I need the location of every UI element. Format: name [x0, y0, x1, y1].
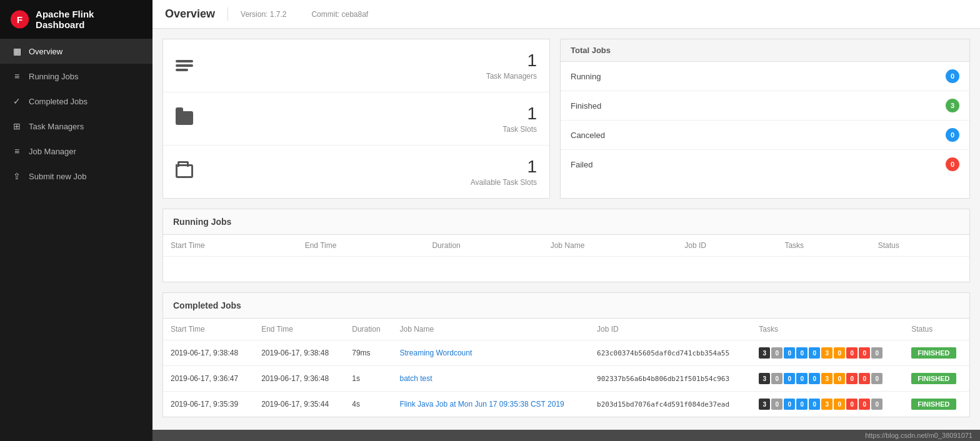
finished-label: Finished: [571, 101, 601, 111]
task-badge: 0: [834, 347, 845, 359]
sidebar-item-completed-jobs[interactable]: ✓ Completed Jobs: [0, 89, 152, 114]
running-jobs-table: Start Time End Time Duration Job Name Jo…: [163, 235, 969, 282]
sidebar-item-task-managers[interactable]: ⊞ Task Managers: [0, 114, 152, 139]
task-badge: 0: [859, 373, 870, 384]
topbar: Overview Version: 1.7.2 Commit: ceba8af: [152, 0, 980, 29]
start-time: 2019-06-17, 9:38:48: [163, 340, 254, 366]
failed-count-badge: 0: [946, 157, 959, 171]
col-duration: Duration: [344, 319, 392, 340]
status-cell: FINISHED: [904, 340, 969, 366]
sidebar-item-label: Job Manager: [29, 147, 76, 156]
finished-status-row: Finished 3: [561, 91, 969, 121]
sidebar-item-overview[interactable]: ▦ Overview: [0, 39, 152, 64]
sidebar-item-label: Task Managers: [29, 122, 84, 131]
completed-jobs-icon: ✓: [11, 96, 22, 106]
available-slots-label: Available Task Slots: [471, 178, 537, 187]
failed-label: Failed: [571, 160, 592, 169]
sidebar: F Apache Flink Dashboard ▦ Overview ≡ Ru…: [0, 0, 152, 441]
col-job-name: Job Name: [543, 235, 678, 257]
col-job-name: Job Name: [392, 319, 589, 340]
completed-jobs-header-row: Start Time End Time Duration Job Name Jo…: [163, 319, 969, 340]
task-badge: 0: [871, 347, 882, 359]
canceled-count-badge: 0: [946, 128, 959, 142]
task-badge: 0: [809, 399, 820, 410]
task-badge: 0: [834, 399, 845, 410]
job-name[interactable]: Flink Java Job at Mon Jun 17 09:35:38 CS…: [392, 392, 589, 417]
table-row[interactable]: 2019-06-17, 9:35:39 2019-06-17, 9:35:44 …: [163, 392, 969, 417]
task-managers-count: 1: [486, 51, 537, 71]
sidebar-item-job-manager[interactable]: ≡ Job Manager: [0, 139, 152, 164]
tasks-cell: 3000030000: [751, 340, 904, 366]
job-name[interactable]: batch test: [392, 366, 589, 392]
status-badge: FINISHED: [911, 347, 956, 359]
col-job-id: Job ID: [677, 235, 777, 257]
running-jobs-section: Running Jobs Start Time End Time Duratio…: [162, 209, 970, 282]
sidebar-item-label: Submit new Job: [29, 172, 87, 181]
running-label: Running: [571, 72, 601, 81]
start-time: 2019-06-17, 9:35:39: [163, 392, 254, 417]
sidebar-header: F Apache Flink Dashboard: [0, 0, 152, 39]
col-start-time: Start Time: [163, 235, 298, 257]
sidebar-item-submit-job[interactable]: ⇪ Submit new Job: [0, 164, 152, 189]
task-badge: 0: [796, 373, 808, 384]
task-badge: 3: [759, 373, 770, 384]
duration: 79ms: [344, 340, 392, 366]
task-badge: 0: [809, 347, 820, 359]
task-badge: 3: [821, 399, 832, 410]
task-badge: 3: [759, 399, 770, 410]
task-badge: 0: [846, 373, 858, 384]
tasks-cell: 3000030000: [751, 366, 904, 392]
job-id: 902337b56a6b4b806db21f501b54c963: [589, 366, 751, 392]
running-jobs-empty: [163, 257, 969, 282]
version-info: Version: 1.7.2: [228, 10, 299, 19]
status-badge: FINISHED: [911, 399, 956, 410]
commit-info: Commit: ceba8af: [299, 10, 381, 19]
task-badge: 0: [846, 399, 858, 410]
task-badge: 0: [859, 347, 870, 359]
overview-icon: ▦: [11, 46, 22, 56]
task-badge: 0: [809, 373, 820, 384]
available-slots-icon: [176, 164, 193, 180]
col-tasks: Tasks: [751, 319, 904, 340]
sidebar-item-running-jobs[interactable]: ≡ Running Jobs: [0, 64, 152, 89]
task-slots-count: 1: [502, 104, 537, 124]
task-badge: 0: [871, 373, 882, 384]
task-badge: 0: [771, 399, 782, 410]
col-status: Status: [871, 235, 969, 257]
task-managers-label: Task Managers: [486, 72, 537, 81]
total-jobs-header: Total Jobs: [561, 39, 969, 62]
col-end-time: End Time: [254, 319, 344, 340]
available-slots-card: 1 Available Task Slots: [163, 146, 549, 198]
col-start-time: Start Time: [163, 319, 254, 340]
stats-cards: 1 Task Managers 1 Task Slots: [162, 39, 550, 199]
bottom-status-bar: https://blog.csdn.net/m0_38091071: [152, 430, 980, 441]
submit-job-icon: ⇪: [11, 171, 22, 181]
page-title: Overview: [165, 7, 228, 21]
task-slots-icon: [176, 111, 193, 127]
canceled-label: Canceled: [571, 131, 605, 140]
task-badge: 3: [759, 347, 770, 359]
task-managers-card: 1 Task Managers: [163, 39, 549, 92]
sidebar-item-label: Overview: [29, 47, 62, 56]
task-badge: 0: [771, 373, 782, 384]
duration: 1s: [344, 366, 392, 392]
running-count-badge: 0: [946, 69, 959, 83]
table-row[interactable]: 2019-06-17, 9:38:48 2019-06-17, 9:38:48 …: [163, 340, 969, 366]
status-cell: FINISHED: [904, 366, 969, 392]
job-name[interactable]: Streaming Wordcount: [392, 340, 589, 366]
job-id: b203d15bd7076afc4d591f084de37ead: [589, 392, 751, 417]
app-title: Apache Flink Dashboard: [36, 9, 142, 30]
failed-status-row: Failed 0: [561, 150, 969, 179]
status-badge: FINISHED: [911, 373, 956, 384]
table-row[interactable]: 2019-06-17, 9:36:47 2019-06-17, 9:36:48 …: [163, 366, 969, 392]
job-manager-icon: ≡: [11, 146, 22, 156]
available-slots-count: 1: [471, 157, 537, 177]
task-badge: 0: [871, 399, 882, 410]
end-time: 2019-06-17, 9:38:48: [254, 340, 344, 366]
status-cell: FINISHED: [904, 392, 969, 417]
running-jobs-title: Running Jobs: [163, 209, 969, 235]
task-badge: 0: [784, 373, 795, 384]
canceled-status-row: Canceled 0: [561, 121, 969, 150]
end-time: 2019-06-17, 9:36:48: [254, 366, 344, 392]
finished-count-badge: 3: [946, 99, 959, 112]
